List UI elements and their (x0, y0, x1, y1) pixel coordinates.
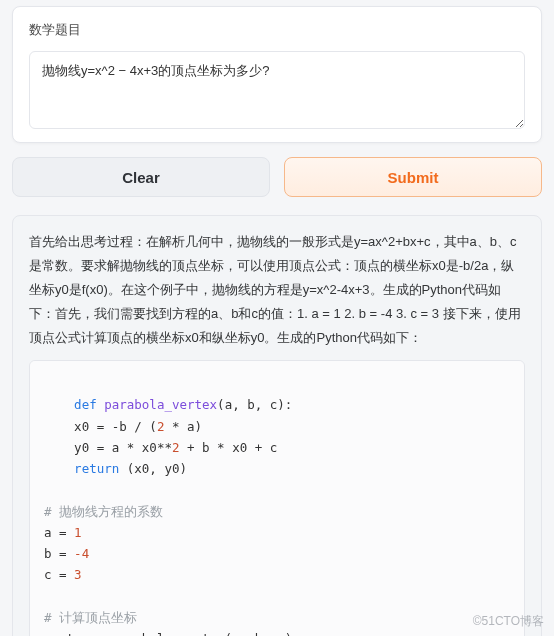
submit-button[interactable]: Submit (284, 157, 542, 197)
code-y0-b: + b * x0 + c (179, 440, 277, 455)
code-kw-return: return (74, 461, 119, 476)
code-b-lhs: b = (44, 546, 74, 561)
code-comment-2: # 计算顶点坐标 (44, 610, 137, 625)
code-c-val: 3 (74, 567, 82, 582)
explanation-text: 首先给出思考过程：在解析几何中，抛物线的一般形式是y=ax^2+bx+c，其中a… (29, 230, 525, 350)
answer-card: 首先给出思考过程：在解析几何中，抛物线的一般形式是y=ax^2+bx+c，其中a… (12, 215, 542, 636)
clear-button[interactable]: Clear (12, 157, 270, 197)
question-textarea[interactable] (29, 51, 525, 129)
code-kw-def: def (74, 397, 97, 412)
code-params: (a, b, c): (217, 397, 292, 412)
code-block: def parabola_vertex(a, b, c): x0 = -b / … (29, 360, 525, 636)
code-fn-name: parabola_vertex (104, 397, 217, 412)
code-x0-a: x0 = -b / ( (44, 419, 157, 434)
code-b-val: -4 (74, 546, 89, 561)
code-a-lhs: a = (44, 525, 74, 540)
button-row: Clear Submit (12, 157, 542, 197)
question-card: 数学题目 (12, 6, 542, 143)
code-vertex-line: vertex = parabola_vertex(a, b, c) (44, 631, 292, 636)
code-y0-a: y0 = a * x0** (44, 440, 172, 455)
code-x0-b: * a) (164, 419, 202, 434)
copy-icon[interactable] (500, 369, 516, 385)
code-c-lhs: c = (44, 567, 74, 582)
question-label: 数学题目 (29, 21, 525, 39)
code-a-val: 1 (74, 525, 82, 540)
code-comment-1: # 抛物线方程的系数 (44, 504, 163, 519)
code-return-tail: (x0, y0) (119, 461, 187, 476)
